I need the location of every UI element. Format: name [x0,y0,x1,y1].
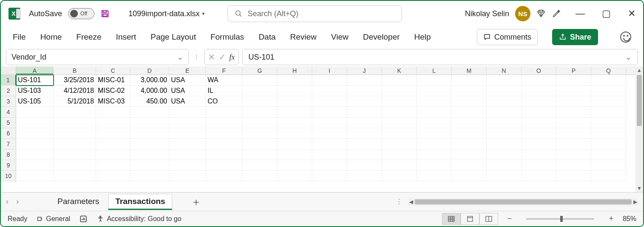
cell[interactable] [96,128,130,139]
cell[interactable] [169,160,206,171]
cell[interactable] [169,118,206,128]
user-avatar[interactable]: NS [515,6,530,21]
cell[interactable] [16,128,54,139]
cell[interactable] [242,118,277,128]
select-all-corner[interactable] [1,66,16,75]
cell[interactable] [591,86,626,96]
cell[interactable] [417,75,452,86]
cell[interactable] [130,139,169,149]
cell[interactable] [417,149,452,160]
cell[interactable] [54,139,96,149]
cell[interactable] [242,86,277,96]
cell[interactable] [521,118,556,128]
cell[interactable] [452,171,487,181]
cell[interactable] [96,118,130,128]
cell[interactable] [417,128,452,139]
cell[interactable] [96,149,130,160]
cell[interactable] [169,149,206,160]
autosave-toggle[interactable]: Off [68,8,94,19]
cell[interactable] [277,118,312,128]
cell[interactable] [277,86,312,96]
cell[interactable] [169,128,206,139]
cell[interactable] [206,107,242,118]
cell[interactable] [277,107,312,118]
cell[interactable] [521,149,556,160]
cell[interactable] [130,107,169,118]
cell[interactable]: WA [206,75,242,86]
cell[interactable] [206,118,242,128]
cell[interactable] [417,107,452,118]
cell[interactable] [16,149,54,160]
cell[interactable] [206,139,242,149]
cell[interactable] [242,171,277,181]
sensitivity-button[interactable]: General [37,215,70,223]
cell[interactable] [487,118,521,128]
ribbon-tab-view[interactable]: View [331,32,348,42]
column-header[interactable]: D [130,66,169,75]
sheet-prev-icon[interactable]: ‹ [6,197,9,206]
view-normal-button[interactable] [442,213,461,225]
cell[interactable] [452,149,487,160]
close-button[interactable]: ✕ [628,8,635,19]
ribbon-tab-developer[interactable]: Developer [363,32,400,42]
fx-icon[interactable]: fx [229,53,235,62]
cell[interactable]: MISC-02 [96,86,130,96]
more-options-icon[interactable]: ⋮ [396,198,402,206]
sheet-next-icon[interactable]: › [16,197,19,206]
cell[interactable] [382,96,417,107]
feedback-smiley-icon[interactable] [620,32,631,43]
cell[interactable] [591,171,626,181]
cell[interactable] [487,128,521,139]
accessibility-button[interactable]: Accessibility: Good to go [97,215,181,223]
cell[interactable]: US-101 [16,75,54,86]
cell[interactable] [417,96,452,107]
row-header[interactable]: 1 [1,75,16,86]
cell[interactable] [556,96,591,107]
zoom-slider[interactable] [526,218,594,220]
cell[interactable] [417,171,452,181]
cell[interactable] [487,75,521,86]
cell[interactable] [382,149,417,160]
column-header[interactable]: K [382,66,417,75]
cell[interactable] [242,107,277,118]
scroll-thumb[interactable] [637,75,642,126]
cell[interactable]: 4/12/2018 [54,86,96,96]
cell[interactable] [242,128,277,139]
cell[interactable] [54,149,96,160]
spreadsheet-grid[interactable]: ABCDEFGHIJKLMNOPQ 1US-1013/25/2018MISC-0… [1,66,643,192]
cell[interactable] [312,128,347,139]
cell[interactable] [130,118,169,128]
column-header[interactable]: Q [591,66,626,75]
cell[interactable] [487,149,521,160]
cell[interactable] [556,75,591,86]
cell[interactable] [591,107,626,118]
cell[interactable] [452,107,487,118]
cell[interactable] [16,139,54,149]
cell[interactable] [277,139,312,149]
cell[interactable] [130,171,169,181]
cell[interactable]: MISC-01 [96,75,130,86]
cell[interactable] [521,75,556,86]
cell[interactable] [347,96,382,107]
cell[interactable] [487,86,521,96]
column-header[interactable]: I [312,66,347,75]
cell[interactable]: IL [206,86,242,96]
cell[interactable] [130,149,169,160]
cell[interactable] [16,160,54,171]
share-button[interactable]: Share [552,29,598,45]
cell[interactable] [312,96,347,107]
cell[interactable] [206,160,242,171]
cell[interactable] [521,86,556,96]
cell[interactable] [591,160,626,171]
cell[interactable] [277,75,312,86]
ribbon-tab-insert[interactable]: Insert [116,32,136,42]
column-header[interactable]: E [169,66,206,75]
minimize-button[interactable]: — [576,8,585,19]
cell[interactable] [312,75,347,86]
view-page-layout-button[interactable] [461,213,479,225]
cell[interactable] [521,171,556,181]
cell[interactable] [452,75,487,86]
name-box[interactable]: Vendor_Id ⌄ [6,49,189,65]
column-header[interactable]: F [206,66,242,75]
row-header[interactable]: 9 [1,160,16,171]
